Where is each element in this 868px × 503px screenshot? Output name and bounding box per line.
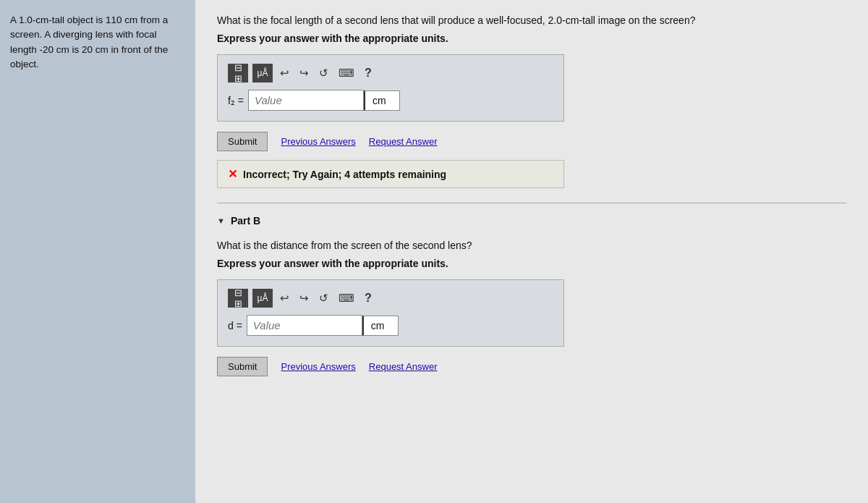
redo-button[interactable]: ↪ (297, 65, 312, 81)
part-b-value-input[interactable] (247, 315, 362, 336)
refresh-icon: ↺ (319, 67, 328, 79)
part-b-keyboard-button[interactable]: ⌨ (336, 290, 357, 306)
part-b-variable-label: d = (228, 320, 242, 331)
part-b-submit-button[interactable]: Submit (217, 357, 268, 376)
part-b-section: ▼ Part B What is the distance from the s… (217, 215, 846, 376)
part-b-help-button[interactable]: ? (362, 290, 375, 306)
part-a-submit-row: Submit Previous Answers Request Answer (217, 132, 846, 151)
part-b-request-answer-link[interactable]: Request Answer (369, 361, 438, 372)
part-a-answer-box: ⊟⊞ μÅ ↩ ↪ ↺ ⌨ ? f₂ = cm (217, 54, 564, 122)
part-b-unit: cm (362, 316, 399, 336)
left-panel: A 1.0-cm-tall object is 110 cm from a sc… (0, 0, 195, 503)
refresh-button[interactable]: ↺ (316, 65, 331, 81)
part-a-value-input[interactable] (248, 90, 364, 111)
part-b-help-icon: ? (365, 292, 372, 304)
section-divider (217, 203, 846, 203)
part-b-input-row: d = cm (228, 315, 553, 336)
undo-button[interactable]: ↩ (277, 65, 292, 81)
part-b-toolbar: ⊟⊞ μÅ ↩ ↪ ↺ ⌨ ? (228, 289, 553, 308)
part-b-mu-icon: μÅ (258, 293, 268, 303)
keyboard-button[interactable]: ⌨ (336, 65, 357, 81)
part-b-undo-button[interactable]: ↩ (277, 290, 292, 306)
keyboard-icon: ⌨ (339, 67, 354, 79)
part-a-previous-answers-link[interactable]: Previous Answers (281, 136, 355, 147)
part-b-question: What is the distance from the screen of … (217, 238, 846, 253)
part-a-unit: cm (364, 90, 400, 111)
help-icon: ? (365, 67, 372, 79)
part-b-undo-icon: ↩ (280, 292, 289, 304)
part-b-submit-row: Submit Previous Answers Request Answer (217, 357, 846, 376)
part-a-error-text: Incorrect; Try Again; 4 attempts remaini… (243, 169, 446, 180)
part-a-variable-label: f₂ = (228, 95, 244, 106)
matrix-button[interactable]: ⊟⊞ (228, 64, 248, 83)
part-a-error-box: ✕ Incorrect; Try Again; 4 attempts remai… (217, 160, 564, 188)
part-b-matrix-button[interactable]: ⊟⊞ (228, 289, 248, 308)
main-content: What is the focal length of a second len… (195, 0, 868, 503)
matrix-icon: ⊟⊞ (234, 62, 242, 84)
help-button[interactable]: ? (362, 65, 375, 81)
part-a-question: What is the focal length of a second len… (217, 13, 846, 28)
part-b-redo-icon: ↪ (299, 292, 309, 304)
problem-statement: A 1.0-cm-tall object is 110 cm from a sc… (10, 13, 185, 72)
part-b-label: Part B (231, 215, 260, 227)
part-a-submit-button[interactable]: Submit (217, 132, 268, 151)
part-b-previous-answers-link[interactable]: Previous Answers (281, 361, 355, 372)
part-b-keyboard-icon: ⌨ (339, 292, 354, 304)
part-b-refresh-icon: ↺ (319, 292, 328, 304)
mu-icon: μÅ (258, 68, 268, 78)
part-b-redo-button[interactable]: ↪ (297, 290, 312, 306)
part-a-toolbar: ⊟⊞ μÅ ↩ ↪ ↺ ⌨ ? (228, 64, 553, 83)
part-b-matrix-icon: ⊟⊞ (234, 287, 242, 309)
mu-button[interactable]: μÅ (252, 64, 273, 83)
part-a-input-row: f₂ = cm (228, 90, 553, 111)
part-b-refresh-button[interactable]: ↺ (316, 290, 331, 306)
part-a-request-answer-link[interactable]: Request Answer (369, 136, 438, 147)
part-a-express: Express your answer with the appropriate… (217, 33, 846, 44)
part-b-answer-box: ⊟⊞ μÅ ↩ ↪ ↺ ⌨ ? (217, 279, 564, 347)
part-b-mu-button[interactable]: μÅ (252, 289, 273, 308)
redo-icon: ↪ (299, 67, 309, 79)
part-b-express: Express your answer with the appropriate… (217, 258, 846, 269)
collapse-icon[interactable]: ▼ (217, 216, 225, 225)
part-b-header: ▼ Part B (217, 215, 846, 227)
undo-icon: ↩ (280, 67, 289, 79)
error-x-icon: ✕ (228, 167, 237, 181)
